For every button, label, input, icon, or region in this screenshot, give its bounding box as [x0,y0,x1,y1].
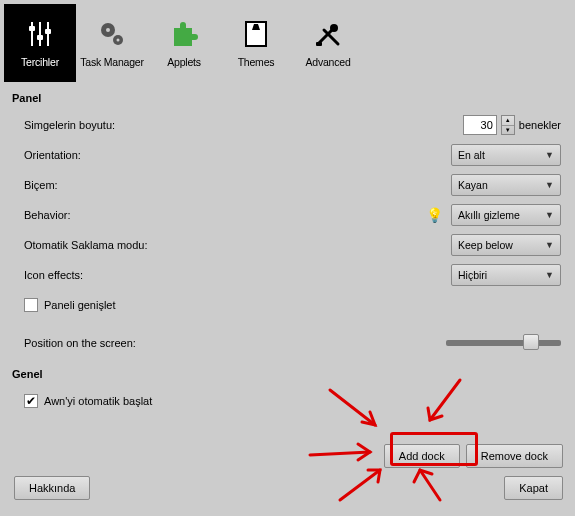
svg-line-18 [340,470,380,500]
svg-point-8 [106,28,110,32]
svg-rect-14 [316,42,322,46]
autohide-dropdown[interactable]: Keep below▼ [451,234,561,256]
chevron-down-icon: ▼ [545,210,554,220]
remove-dock-label: Remove dock [481,450,548,462]
iconeffects-label: Icon effects: [24,269,324,281]
tab-advanced[interactable]: Advanced [292,4,364,82]
expand-checkbox[interactable] [24,298,38,312]
behavior-value: Akıllı gizleme [458,209,520,221]
tab-taskmanager[interactable]: Task Manager [76,4,148,82]
chevron-down-icon: ▼ [545,150,554,160]
annotation-highlight [390,432,478,466]
svg-point-9 [117,39,120,42]
sliders-icon [24,18,56,50]
orientation-value: En alt [458,149,485,161]
svg-line-19 [420,470,440,500]
close-label: Kapat [519,482,548,494]
autostart-checkbox[interactable]: ✔ [24,394,38,408]
tab-applets[interactable]: Applets [148,4,220,82]
svg-rect-3 [29,26,35,31]
themes-icon [240,18,272,50]
close-button[interactable]: Kapat [504,476,563,500]
behavior-dropdown[interactable]: Akıllı gizleme▼ [451,204,561,226]
section-panel-label: Panel [12,92,575,104]
iconeffects-value: Hiçbiri [458,269,487,281]
tab-themes[interactable]: Themes [220,4,292,82]
slider-thumb[interactable] [523,334,539,350]
autohide-value: Keep below [458,239,513,251]
tab-prefs-label: Tercihler [21,56,59,68]
remove-dock-button[interactable]: Remove dock [466,444,563,468]
puzzle-icon [168,18,200,50]
tools-icon [312,18,344,50]
about-button[interactable]: Hakkında [14,476,90,500]
tab-prefs[interactable]: Tercihler [4,4,76,82]
chevron-down-icon: ▼ [545,240,554,250]
chevron-down-icon: ▼ [545,270,554,280]
chevron-down-icon: ▼ [545,180,554,190]
svg-rect-4 [37,35,43,40]
svg-rect-5 [45,29,51,34]
autohide-label: Otomatik Saklama modu: [24,239,324,251]
autostart-label: Awn'yi otomatik başlat [44,395,152,407]
style-dropdown[interactable]: Kayan▼ [451,174,561,196]
style-label: Biçem: [24,179,324,191]
tab-applets-label: Applets [167,56,201,68]
iconsize-label: Simgelerin boyutu: [24,119,324,131]
tab-themes-label: Themes [238,56,275,68]
expand-label: Paneli genişlet [44,299,116,311]
iconsize-input[interactable] [463,115,497,135]
style-value: Kayan [458,179,488,191]
orientation-label: Orientation: [24,149,324,161]
about-label: Hakkında [29,482,75,494]
gears-icon [96,18,128,50]
position-label: Position on the screen: [24,337,324,349]
iconsize-spinner[interactable]: ▲▼ [501,115,515,135]
tab-advanced-label: Advanced [305,56,350,68]
iconsize-unit: benekler [519,119,561,131]
svg-line-17 [310,452,370,455]
tab-taskmgr-label: Task Manager [80,56,144,68]
section-general-label: Genel [12,368,575,380]
lightbulb-icon: 💡 [426,207,443,223]
tab-bar: Tercihler Task Manager Applets Themes Ad… [0,0,575,82]
behavior-label: Behavior: [24,209,324,221]
position-slider[interactable] [446,340,561,346]
svg-point-13 [330,24,338,32]
orientation-dropdown[interactable]: En alt▼ [451,144,561,166]
iconeffects-dropdown[interactable]: Hiçbiri▼ [451,264,561,286]
